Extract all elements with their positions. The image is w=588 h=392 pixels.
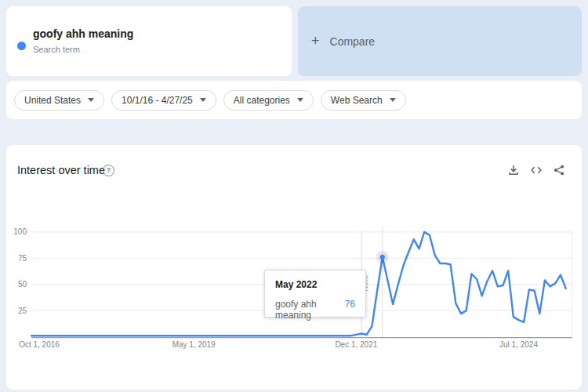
plus-icon: + [311,33,320,49]
interest-over-time-chart[interactable]: 255075100NoteOct 1, 2016May 1, 2019Dec 1… [6,145,582,390]
compare-label: Compare [330,35,376,48]
y-axis-tick-label: 50 [18,280,27,289]
filter-label: Web Search [331,95,383,106]
y-axis-tick-label: 25 [18,307,27,315]
add-comparison-card[interactable]: + Compare [298,6,582,76]
search-term-text: goofy ahh meaning [33,27,133,40]
series-color-dot [17,42,26,50]
page: { "term_card": { "term": "goofy ahh mean… [0,0,588,392]
search-term-card[interactable]: goofy ahh meaning Search term [6,6,292,76]
x-axis-tick-label: Jul 1, 2024 [499,340,538,349]
filter-label: United States [24,95,81,106]
tooltip-value: 76 [345,299,355,321]
filter-category[interactable]: All categories [223,90,314,111]
filter-search-type[interactable]: Web Search [321,90,406,111]
x-axis-tick-label: Dec 1, 2021 [335,340,377,349]
dropdown-arrow-icon [200,98,206,102]
filter-label: 10/1/16 - 4/27/25 [122,95,193,106]
dropdown-arrow-icon [297,98,303,102]
dropdown-arrow-icon [88,98,94,102]
chart-tooltip: May 2022 goofy ahh meaning 76 [264,270,366,318]
x-axis-tick-label: May 1, 2019 [172,340,216,349]
search-term-type: Search term [33,45,80,54]
filter-region[interactable]: United States [14,90,104,111]
tooltip-term: goofy ahh meaning [275,299,345,321]
hover-point-dot [380,255,385,260]
y-axis-tick-label: 100 [13,227,27,236]
interest-over-time-card: Interest over time ? 255075100NoteOct 1,… [6,145,582,390]
dropdown-arrow-icon [390,98,396,102]
y-axis-tick-label: 75 [18,254,27,263]
filter-label: All categories [234,95,290,106]
tooltip-date: May 2022 [275,279,355,290]
filter-date-range[interactable]: 10/1/16 - 4/27/25 [111,90,216,111]
filter-bar: United States10/1/16 - 4/27/25All catego… [6,81,582,119]
x-axis-tick-label: Oct 1, 2016 [19,340,60,349]
